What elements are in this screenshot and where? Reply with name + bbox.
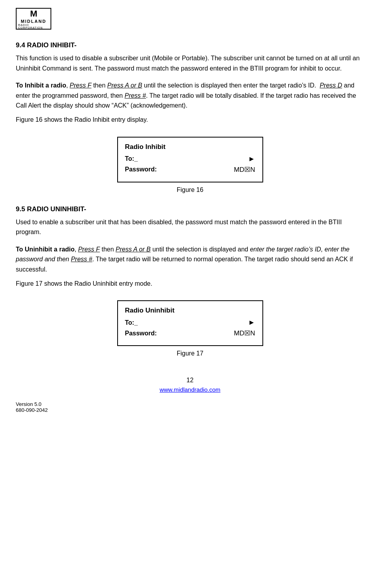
figure-17-password-label: Password: bbox=[125, 330, 157, 337]
figure-16-box: Radio Inhibit To:_ ► Password: MD☒N bbox=[117, 137, 263, 182]
logo-radio-text: RADIO CORPORATION bbox=[18, 24, 49, 29]
press-hash-inhibit: Press # bbox=[125, 92, 146, 99]
then-text: then bbox=[92, 82, 107, 89]
website-link[interactable]: www.midlandradio.com bbox=[159, 386, 220, 393]
after-ab-uninhibit: until the selection is displayed and bbox=[151, 246, 250, 253]
page-header: M MIDLAND RADIO CORPORATION bbox=[16, 8, 364, 30]
figure-17-container: Radio Uninhibit To:_ ► Password: MD☒N Fi… bbox=[16, 300, 364, 357]
section-95-para1: Used to enable a subscriber unit that ha… bbox=[16, 217, 364, 237]
logo-m-letter: M bbox=[30, 9, 37, 19]
logo: M MIDLAND RADIO CORPORATION bbox=[16, 8, 51, 30]
section-94: 9.4 RADIO INHIBIT- This function is used… bbox=[16, 41, 364, 194]
comma-space2: , bbox=[75, 246, 78, 253]
figure-16-password-value: MD☒N bbox=[234, 166, 255, 174]
then-text2: then bbox=[100, 246, 116, 253]
press-d-inhibit: Press D bbox=[320, 82, 342, 89]
version-info: Version 5.0 680-090-2042 bbox=[16, 401, 364, 413]
comma-space: , bbox=[66, 82, 70, 89]
part-number: 680-090-2042 bbox=[16, 407, 364, 413]
figure-17-title: Radio Uninhibit bbox=[125, 307, 255, 314]
figure-17-caption: Figure 17 bbox=[177, 350, 204, 357]
section-94-heading: 9.4 RADIO INHIBIT- bbox=[16, 41, 364, 49]
figure-16-title: Radio Inhibit bbox=[125, 143, 255, 151]
figure-17-password-value: MD☒N bbox=[234, 329, 255, 337]
to-uninhibit-bold: To Uninhibit a radio bbox=[16, 246, 75, 253]
figure-16-password-label: Password: bbox=[125, 166, 157, 173]
page-number: 12 bbox=[16, 377, 364, 384]
page-footer: 12 www.midlandradio.com bbox=[16, 377, 364, 393]
press-f-uninhibit: Press F bbox=[78, 246, 100, 253]
figure-16-password-row: Password: MD☒N bbox=[125, 166, 255, 174]
figure-17-to-label: To:_ bbox=[125, 319, 138, 326]
figure-17-password-row: Password: MD☒N bbox=[125, 329, 255, 337]
version-number: Version 5.0 bbox=[16, 401, 364, 407]
press-hash-uninhibit: Press # bbox=[71, 256, 92, 262]
figure-17-box: Radio Uninhibit To:_ ► Password: MD☒N bbox=[117, 300, 263, 346]
figure-16-to-row: To:_ ► bbox=[125, 155, 255, 163]
section-95: 9.5 RADIO UNINHIBIT- Used to enable a su… bbox=[16, 205, 364, 357]
section-95-figure-ref: Figure 17 shows the Radio Uninhibit entr… bbox=[16, 279, 364, 289]
section-95-para2: To Uninhibit a radio, Press F then Press… bbox=[16, 244, 364, 275]
after-ab-text: until the selection is displayed then en… bbox=[142, 82, 320, 89]
section-94-para1: This function is used to disable a subsc… bbox=[16, 53, 364, 73]
press-ab-uninhibit: Press A or B bbox=[116, 246, 151, 253]
figure-16-container: Radio Inhibit To:_ ► Password: MD☒N Figu… bbox=[16, 137, 364, 194]
to-inhibit-bold: To Inhibit a radio bbox=[16, 82, 66, 89]
section-94-figure-ref: Figure 16 shows the Radio Inhibit entry … bbox=[16, 115, 364, 125]
figure-17-play-icon: ► bbox=[248, 318, 255, 327]
figure-16-caption: Figure 16 bbox=[177, 186, 204, 194]
press-ab-inhibit: Press A or B bbox=[107, 82, 142, 89]
figure-16-play-icon: ► bbox=[248, 155, 255, 163]
figure-17-to-row: To:_ ► bbox=[125, 318, 255, 327]
section-95-heading: 9.5 RADIO UNINHIBIT- bbox=[16, 205, 364, 213]
figure-16-to-label: To:_ bbox=[125, 155, 138, 162]
press-f-inhibit: Press F bbox=[70, 82, 92, 89]
logo-midland-text: MIDLAND bbox=[21, 19, 47, 24]
section-94-para2: To Inhibit a radio, Press F then Press A… bbox=[16, 80, 364, 111]
